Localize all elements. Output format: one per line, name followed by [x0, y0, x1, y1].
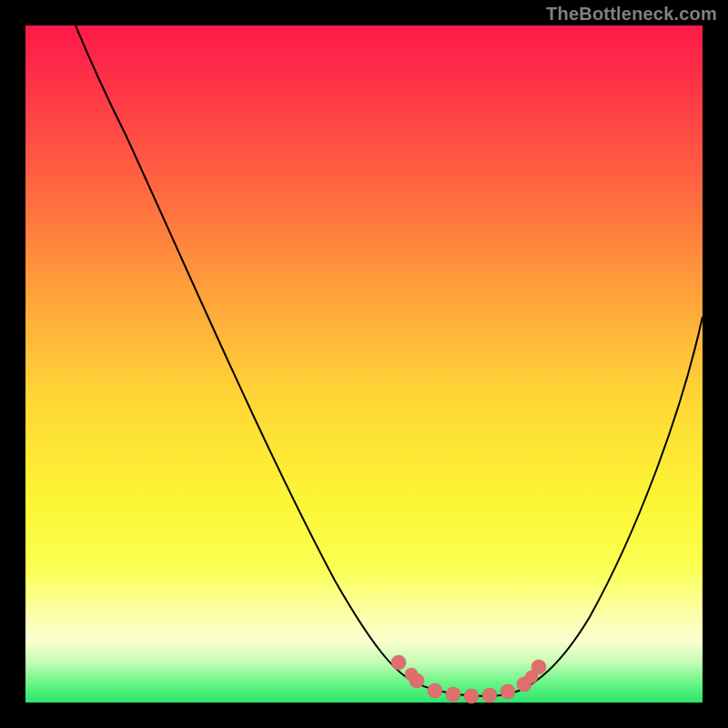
- marker-dot: [446, 687, 460, 702]
- marker-dot: [410, 673, 424, 688]
- marker-dot: [500, 684, 515, 699]
- curve-left-branch: [76, 25, 412, 681]
- plot-area: [25, 25, 703, 703]
- marker-dot: [531, 660, 546, 674]
- chart-frame: TheBottleneck.com: [0, 0, 728, 728]
- marker-dot: [391, 655, 406, 670]
- highlight-markers: [391, 655, 546, 703]
- curve-svg: [25, 25, 703, 703]
- watermark-text: TheBottleneck.com: [546, 4, 717, 25]
- curve-right-branch: [412, 317, 703, 696]
- marker-dot: [428, 683, 442, 698]
- marker-dot: [482, 688, 497, 703]
- marker-dot: [464, 689, 479, 703]
